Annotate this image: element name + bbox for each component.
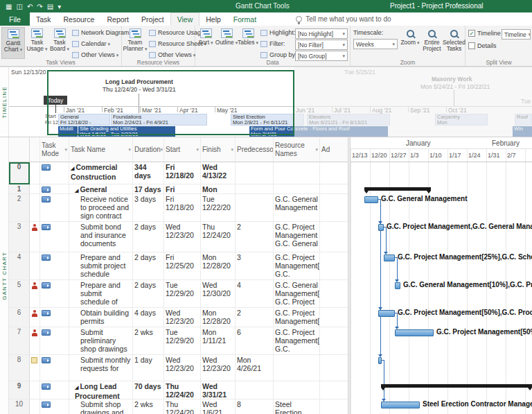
tell-me-search[interactable]: Tell me what you want to do (296, 12, 391, 26)
task-name-cell[interactable]: Prepare and submit schedule of (69, 280, 133, 308)
resources-cell[interactable]: G.C. General Management (274, 194, 320, 222)
info-cell[interactable] (30, 308, 40, 327)
task-usage-button[interactable]: Task Usage (26, 27, 48, 59)
task-name-cell[interactable]: Prepare and submit project schedule (69, 252, 133, 280)
add-column-cell[interactable] (320, 162, 348, 184)
predecessors-cell[interactable]: 2 (236, 308, 274, 327)
timeline-bar-carpentry[interactable]: Carpentry Mon (435, 114, 488, 126)
row-number[interactable]: 5 (9, 280, 30, 308)
tab-report[interactable]: Report (100, 12, 135, 26)
predecessors-cell[interactable] (236, 194, 274, 222)
task-name-cell[interactable]: ◢Commercial Construction (69, 162, 133, 184)
team-planner-button[interactable]: Team Planner (123, 27, 147, 59)
duration-cell[interactable]: 2 wks (133, 399, 164, 414)
row-number[interactable]: 10 (9, 399, 30, 414)
start-cell[interactable]: Wed 12/23/20 (164, 222, 201, 252)
header-task-name[interactable]: Task Name (69, 137, 133, 162)
finish-cell[interactable]: Mon 12/28/20 (201, 308, 236, 327)
zoom-button[interactable]: Zoom (400, 27, 420, 59)
row-number[interactable]: 6 (9, 308, 30, 327)
timeline-bar-elevators[interactable]: Elevators Mon 6/21/21 - Fri 8/13/21 (307, 114, 390, 126)
resources-cell[interactable]: G.C. Project Management[25 G.C. Schedule… (274, 252, 320, 280)
timescale-dropdown[interactable]: Weeks (353, 39, 398, 49)
tab-project[interactable]: Project (135, 12, 170, 26)
collapse-icon[interactable]: ◢ (75, 385, 78, 390)
info-cell[interactable] (30, 252, 40, 280)
save-icon[interactable]: ◫ (16, 3, 22, 10)
task-board-button[interactable]: Task Board (49, 27, 70, 59)
row-number[interactable]: 0 (9, 162, 30, 184)
task-bar-project-schedule[interactable] (384, 255, 395, 261)
duration-cell[interactable]: 4 days (133, 308, 164, 327)
predecessors-cell[interactable]: 6 (236, 327, 274, 355)
qat-customize-caret-icon[interactable]: ▾ (57, 3, 61, 10)
row-number[interactable]: 1 (9, 184, 30, 194)
tab-resource[interactable]: Resource (57, 12, 101, 26)
task-mode-cell[interactable] (40, 162, 69, 184)
predecessors-cell[interactable]: 8 (236, 399, 274, 414)
resources-cell[interactable] (274, 355, 320, 381)
duration-cell[interactable]: 70 days (133, 381, 164, 399)
add-column-cell[interactable] (320, 399, 348, 414)
task-name-cell[interactable]: Submit monthly requests for (69, 355, 133, 381)
add-column-cell[interactable] (320, 194, 348, 222)
summary-bar-long-lead[interactable] (381, 384, 532, 388)
finish-cell[interactable]: Tue 12/22/20 (201, 194, 236, 222)
duration-cell[interactable]: 2 days (133, 280, 164, 308)
task-mode-cell[interactable] (40, 399, 69, 414)
task-name-cell[interactable]: Receive notice to proceed and sign contr… (69, 194, 133, 222)
info-cell[interactable] (30, 162, 40, 184)
task-mode-cell[interactable] (40, 381, 69, 399)
gantt-chart-button[interactable]: Gantt Chart (1, 27, 25, 59)
add-column-cell[interactable] (320, 280, 348, 308)
sort-button[interactable]: Sort (197, 27, 215, 59)
timeline-bar-roof[interactable]: Roof (515, 114, 532, 126)
task-bar-schedule-of-values[interactable] (395, 282, 400, 289)
resources-cell[interactable]: G.C. Project Management[50 G.C. (274, 327, 320, 355)
header-task-mode[interactable]: Task Mode (40, 137, 69, 162)
row-number[interactable]: 2 (9, 194, 30, 222)
predecessors-cell[interactable] (236, 184, 274, 194)
resources-cell[interactable]: G.C. Project Management[50 G.C. Procurem… (274, 308, 320, 327)
timeline-checkbox[interactable]: ✓ (468, 30, 475, 37)
selected-tasks-button[interactable]: Selected Tasks (444, 27, 464, 59)
app-grid-icon[interactable]: ▦ (6, 3, 12, 10)
task-mode-cell[interactable] (40, 308, 69, 327)
finish-cell[interactable]: Wed 12/30/20 (201, 280, 236, 308)
duration-cell[interactable]: 3 days (133, 194, 164, 222)
info-cell[interactable] (30, 381, 40, 399)
details-checkbox[interactable] (468, 42, 475, 49)
task-bar-prelim-shop-drawings[interactable] (395, 329, 434, 336)
add-column-cell[interactable] (320, 184, 348, 194)
info-cell[interactable] (30, 399, 40, 414)
info-cell[interactable] (30, 184, 40, 194)
collapse-icon[interactable]: ◢ (71, 166, 74, 171)
info-cell[interactable] (30, 280, 40, 308)
info-cell[interactable] (30, 355, 40, 381)
duration-cell[interactable]: 17 days (133, 184, 164, 194)
header-duration[interactable]: Duration (133, 137, 164, 162)
start-cell[interactable]: Fri 12/18/20 (164, 194, 201, 222)
finish-cell[interactable]: Thu 12/24/20 (201, 222, 236, 252)
resources-cell[interactable] (274, 381, 320, 399)
undo-icon[interactable]: ↶ (27, 3, 33, 10)
header-info[interactable] (30, 137, 40, 162)
add-column-cell[interactable] (320, 252, 348, 280)
predecessors-cell[interactable]: 3 (236, 252, 274, 280)
add-column-cell[interactable] (320, 222, 348, 252)
header-predecessors[interactable]: Predecessors (236, 137, 274, 162)
finish-cell[interactable]: Wed 4/13/22 (201, 162, 236, 184)
row-number[interactable]: 9 (9, 381, 30, 399)
summary-bar-general-conditions[interactable] (364, 187, 431, 191)
callout-masonry-title[interactable]: Masonry Work (432, 76, 472, 83)
start-cell[interactable]: Fri 12/18/20 (164, 184, 201, 194)
timeline-pane-strip[interactable]: TIMELINE (0, 67, 9, 137)
task-name-cell[interactable]: Submit shop drawings and order long lead… (69, 399, 133, 414)
task-bar-submit-bond[interactable] (378, 224, 384, 231)
tab-view[interactable]: View (170, 12, 200, 26)
finish-cell[interactable]: Wed 1/6/21 (201, 399, 236, 414)
predecessors-cell[interactable]: 4 (236, 280, 274, 308)
start-cell[interactable]: Wed 12/23/20 (164, 355, 201, 381)
task-mode-cell[interactable] (40, 222, 69, 252)
task-mode-cell[interactable] (40, 280, 69, 308)
